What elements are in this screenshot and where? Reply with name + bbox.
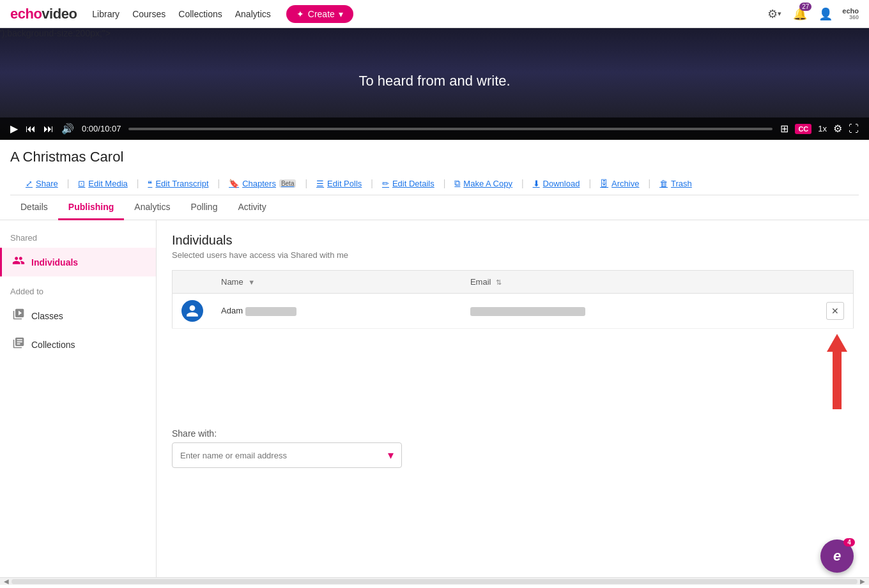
fast-forward-button[interactable]: ⏭ <box>43 123 54 135</box>
sort-name-icon: ▼ <box>248 278 255 286</box>
bottom-scrollbar[interactable]: ◀ ▶ <box>0 577 869 585</box>
app-logo[interactable]: echovideo <box>10 6 77 22</box>
play-button[interactable]: ▶ <box>10 123 18 135</box>
content-panel: Individuals Selected users have access v… <box>157 220 869 577</box>
row-email-cell <box>461 294 817 329</box>
row-name-cell: Adam <box>212 294 461 329</box>
scroll-right-arrow[interactable]: ▶ <box>857 578 868 585</box>
avatar <box>181 300 203 322</box>
tab-publishing[interactable]: Publishing <box>58 195 125 220</box>
top-navigation: echovideo Library Courses Collections An… <box>0 0 869 28</box>
collections-label: Collections <box>31 340 75 350</box>
nav-right: ⚙ ▾ 🔔 27 👤 echo 360 <box>765 5 859 23</box>
tab-polling[interactable]: Polling <box>180 195 227 220</box>
edit-transcript-icon: ❝ <box>148 179 152 188</box>
remove-user-button[interactable]: ✕ <box>826 302 844 320</box>
scrollbar-track[interactable] <box>12 579 857 584</box>
col-avatar <box>173 271 213 294</box>
download-icon: ⬇ <box>533 179 540 188</box>
content-tabs: Details Publishing Analytics Polling Act… <box>0 195 869 220</box>
share-chevron-icon[interactable]: ▾ <box>388 448 394 462</box>
share-with-label: Share with: <box>172 428 854 439</box>
share-input[interactable] <box>180 451 388 460</box>
col-email-header[interactable]: Email ⇅ <box>461 271 817 294</box>
arrow-shaft <box>833 352 842 409</box>
tab-details[interactable]: Details <box>10 195 58 220</box>
share-icon: ⤢ <box>26 179 33 188</box>
col-name-header[interactable]: Name ▼ <box>212 271 461 294</box>
arrow-head <box>827 334 847 352</box>
archive-button[interactable]: 🗄 Archive <box>595 176 644 191</box>
video-title: A Christmas Carol <box>10 149 859 165</box>
tab-activity[interactable]: Activity <box>227 195 276 220</box>
individuals-label: Individuals <box>31 257 78 268</box>
user-icon[interactable]: 👤 <box>817 5 834 23</box>
notification-badge: 27 <box>799 3 811 11</box>
table-header-row: Name ▼ Email ⇅ <box>173 271 854 294</box>
archive-icon: 🗄 <box>600 179 608 188</box>
red-arrow <box>827 334 847 409</box>
share-button[interactable]: ⤢ Share <box>20 176 63 191</box>
sidebar-item-individuals[interactable]: Individuals <box>0 248 156 276</box>
row-avatar-cell <box>173 294 213 329</box>
toolbar: ⤢ Share | ⊡ Edit Media | ❝ Edit Transcri… <box>10 172 859 195</box>
download-button[interactable]: ⬇ Download <box>528 176 585 191</box>
video-title-bar: A Christmas Carol ⤢ Share | ⊡ Edit Media… <box>0 140 869 195</box>
video-player: ');background-size:200px;"> To heard fro… <box>0 28 869 140</box>
individuals-icon <box>12 254 25 270</box>
chapters-button[interactable]: 🔖 Chapters Beta <box>224 176 301 191</box>
right-controls: ⊞ CC 1x ⚙ ⛶ <box>780 123 859 135</box>
create-button[interactable]: ✦ Create ▾ <box>286 5 353 23</box>
trash-icon: 🗑 <box>659 179 668 188</box>
nav-collections[interactable]: Collections <box>178 9 222 19</box>
nav-library[interactable]: Library <box>92 9 119 19</box>
time-display: 0:00/10:07 <box>82 124 121 133</box>
create-icon: ✦ <box>296 9 304 19</box>
nav-links: Library Courses Collections Analytics <box>92 9 270 19</box>
settings-video-button[interactable]: ⚙ <box>833 123 842 135</box>
user-name-blurred <box>245 307 296 316</box>
rewind-button[interactable]: ⏮ <box>26 123 36 135</box>
logo-video: video <box>42 6 77 22</box>
added-to-section-label: Added to <box>0 284 156 301</box>
notifications-icon[interactable]: 🔔 27 <box>791 5 809 23</box>
table-row: Adam ✕ <box>173 294 854 329</box>
edit-polls-button[interactable]: ☰ Edit Polls <box>311 176 367 191</box>
screen-layout-button[interactable]: ⊞ <box>780 123 788 135</box>
red-arrow-container <box>172 334 854 409</box>
user-name: Adam <box>221 306 245 315</box>
edit-media-button[interactable]: ⊡ Edit Media <box>73 176 132 191</box>
progress-bar[interactable] <box>128 128 773 130</box>
collections-icon <box>12 336 25 352</box>
chat-fab[interactable]: e 4 <box>820 539 854 573</box>
main-content: Shared Individuals Added to Classes <box>0 220 869 577</box>
cc-button[interactable]: CC <box>795 124 811 134</box>
edit-transcript-button[interactable]: ❝ Edit Transcript <box>142 176 213 191</box>
echo360-logo: echo 360 <box>842 7 859 21</box>
sort-email-icon: ⇅ <box>496 278 502 286</box>
classes-label: Classes <box>31 311 63 321</box>
beta-badge: Beta <box>279 179 296 188</box>
nav-courses[interactable]: Courses <box>132 9 165 19</box>
sidebar-item-classes[interactable]: Classes <box>0 301 156 330</box>
share-input-wrapper[interactable]: ▾ <box>172 442 402 468</box>
speed-label[interactable]: 1x <box>818 124 827 133</box>
edit-polls-icon: ☰ <box>316 179 324 188</box>
video-controls: ▶ ⏮ ⏭ 🔊 0:00/10:07 ⊞ CC 1x ⚙ ⛶ <box>0 117 869 140</box>
sidebar: Shared Individuals Added to Classes <box>0 220 157 577</box>
edit-details-button[interactable]: ✏ Edit Details <box>377 176 440 191</box>
share-section: Share with: ▾ <box>172 428 854 468</box>
individuals-table: Name ▼ Email ⇅ <box>172 270 854 329</box>
tab-analytics[interactable]: Analytics <box>124 195 180 220</box>
fullscreen-button[interactable]: ⛶ <box>849 123 859 135</box>
edit-media-icon: ⊡ <box>78 179 85 188</box>
user-email-blurred <box>470 307 585 316</box>
scroll-left-arrow[interactable]: ◀ <box>1 578 12 585</box>
fab-badge: 4 <box>843 538 855 547</box>
nav-analytics[interactable]: Analytics <box>235 9 271 19</box>
sidebar-item-collections[interactable]: Collections <box>0 330 156 359</box>
make-copy-button[interactable]: ⧉ Make A Copy <box>449 176 518 191</box>
volume-button[interactable]: 🔊 <box>61 123 74 135</box>
trash-button[interactable]: 🗑 Trash <box>654 176 697 191</box>
settings-icon[interactable]: ⚙ ▾ <box>765 5 783 23</box>
